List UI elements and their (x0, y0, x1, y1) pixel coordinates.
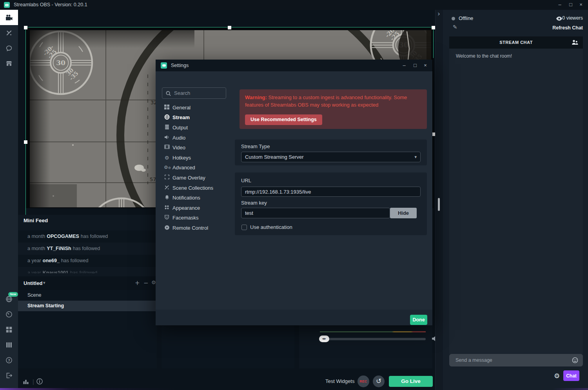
eye-icon (556, 16, 562, 21)
add-scene-button[interactable]: + (135, 279, 140, 287)
dots-grid-icon (164, 205, 170, 210)
settings-minimize-button[interactable]: – (399, 60, 410, 71)
videocam-icon (5, 15, 13, 21)
settings-tab-facemasks[interactable]: Facemasks (156, 213, 234, 223)
replay-buffer-button[interactable]: ↺ (373, 375, 385, 387)
chevron-right-icon[interactable]: › (437, 10, 440, 18)
sidebar-item-layouts[interactable] (0, 339, 18, 351)
stream-key-input[interactable] (241, 208, 390, 218)
chevron-down-icon[interactable]: ▾ (43, 280, 45, 285)
test-widgets-label[interactable]: Test Widgets (325, 378, 354, 384)
emoji-icon[interactable] (572, 357, 578, 363)
stream-key-label: Stream key (241, 200, 267, 206)
settings-tab-output[interactable]: Output (156, 122, 234, 132)
settings-tab-video[interactable]: Video (156, 142, 234, 152)
settings-tab-audio[interactable]: Audio (156, 132, 234, 143)
settings-dialog-titlebar: Settings – □ × (156, 60, 432, 71)
status-dot (452, 17, 455, 20)
settings-search-input[interactable] (174, 88, 224, 98)
mini-feed-item[interactable]: a monthYT_FiNiShhas followed (18, 243, 157, 255)
globe-icon (164, 114, 170, 120)
sidebar-item-editor[interactable] (0, 10, 18, 25)
settings-tab-general[interactable]: General (156, 102, 234, 112)
mini-feed-item[interactable]: a monthOPCOGAMEShas followed (18, 230, 157, 243)
settings-tab-scene-collections[interactable]: Scene Collections (156, 183, 234, 193)
settings-tab-hotkeys[interactable]: ⚙ Hotkeys (156, 152, 234, 163)
stream-chat-panel: Offline 0 viewers ✎ Refresh Chat STREAM … (443, 10, 588, 390)
window-maximize-button[interactable]: □ (565, 0, 576, 10)
settings-logo-icon (161, 62, 167, 69)
play-circle-icon (164, 225, 170, 230)
grid-icon (164, 104, 170, 110)
stats-chart-icon[interactable] (23, 378, 29, 385)
sidebar-item-dashboard[interactable] (0, 308, 18, 320)
mini-feed-item[interactable]: a yearone69_has followed (18, 255, 157, 267)
chat-input-box[interactable] (449, 354, 583, 366)
settings-tab-remote-control[interactable]: Remote Control (156, 223, 234, 233)
refresh-chat-button[interactable]: Refresh Chat (552, 25, 583, 31)
record-button[interactable]: REC (358, 375, 369, 387)
stream-url-card: URL Stream key Hide Use authentication (235, 172, 427, 235)
speaker-icon (164, 134, 170, 140)
themes-icon (6, 30, 12, 36)
new-badge: New (8, 292, 18, 297)
scene-list-item-active[interactable]: Stream Starting (18, 301, 157, 311)
edit-pencil-icon[interactable]: ✎ (453, 24, 457, 30)
scene-collection-name[interactable]: Untitled (24, 280, 42, 286)
sidebar-item-chatbot[interactable] (0, 40, 18, 56)
scene-list-item[interactable]: Scene (18, 290, 157, 301)
chat-message-input[interactable] (456, 354, 565, 366)
chat-platform-button[interactable]: Chat (563, 370, 579, 381)
stream-type-select[interactable]: Custom Streaming Server ▾ (241, 152, 421, 162)
sidebar-item-themes[interactable] (0, 25, 18, 40)
volume-slider-handle[interactable]: ◀▶ (319, 336, 329, 342)
done-button[interactable]: Done (410, 315, 427, 325)
chat-settings-gear-icon[interactable]: ⚙ (554, 372, 560, 380)
settings-maximize-button[interactable]: □ (410, 60, 421, 71)
settings-tab-game-overlay[interactable]: Game Overlay (156, 172, 234, 183)
sidebar-item-logout[interactable] (0, 370, 18, 381)
settings-search-box[interactable] (162, 87, 226, 99)
settings-tab-stream[interactable]: Stream (156, 112, 234, 123)
settings-close-button[interactable]: × (420, 60, 431, 71)
info-icon[interactable] (36, 378, 43, 385)
stream-chat-title: STREAM CHAT (449, 40, 583, 45)
use-recommended-settings-button[interactable]: Use Recommended Settings (245, 114, 322, 125)
settings-tab-advanced[interactable]: ⚙⚙ Advanced (156, 163, 234, 173)
sidebar-item-grid[interactable] (0, 324, 18, 336)
dock-divider: › (435, 10, 443, 390)
stream-status: Offline (459, 15, 473, 21)
viewer-list-icon[interactable] (572, 39, 578, 45)
window-close-button[interactable]: × (575, 0, 586, 10)
scene-list: Scene Stream Starting (18, 290, 157, 368)
sidebar-item-help[interactable]: ? (0, 354, 18, 366)
store-icon (6, 60, 12, 67)
settings-tab-appearance[interactable]: Appearance (156, 203, 234, 213)
svg-text:?: ? (8, 359, 10, 363)
mini-feed-item[interactable]: a yearKnaus1001has followed (18, 267, 157, 273)
server-icon (164, 124, 170, 130)
scrollbar-thumb[interactable] (438, 198, 440, 211)
remove-scene-button[interactable]: − (143, 279, 149, 287)
volume-slider-track[interactable] (328, 338, 426, 340)
settings-dialog-title: Settings (171, 60, 189, 71)
sidebar-item-settings[interactable]: ⚙ (0, 385, 18, 390)
go-live-button[interactable]: Go Live (389, 376, 433, 387)
sidebar-item-store[interactable] (0, 56, 18, 71)
mini-feed-title: Mini Feed (24, 218, 48, 223)
scene-settings-gear-icon[interactable]: ⚙ (151, 279, 156, 285)
app-logo-icon (4, 2, 10, 8)
grid-icon (6, 327, 12, 333)
gear-icon: ⚙ (164, 154, 170, 160)
window-minimize-button[interactable]: – (554, 0, 565, 10)
stream-type-card: Stream Type Custom Streaming Server ▾ (235, 140, 427, 165)
streamlabs-obs-window: Streamlabs OBS - Version: 0.20.1 – □ × N… (0, 0, 588, 390)
separator: | (33, 379, 34, 385)
settings-tab-notifications[interactable]: Notifications (156, 192, 234, 203)
url-input[interactable] (241, 187, 421, 197)
use-authentication-checkbox[interactable] (241, 225, 247, 230)
expand-icon (164, 174, 170, 180)
hide-key-button[interactable]: Hide (390, 208, 417, 218)
settings-dialog: Settings – □ × General Stream Output Aud… (156, 60, 432, 325)
window-title: Streamlabs OBS - Version: 0.20.1 (14, 0, 87, 10)
